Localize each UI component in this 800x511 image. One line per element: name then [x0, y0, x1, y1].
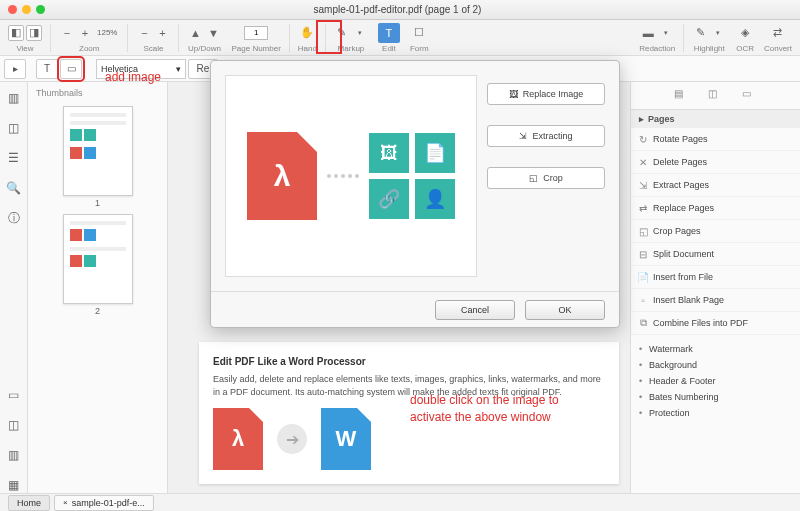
- font-select[interactable]: Helvetica ▾: [96, 59, 186, 79]
- titlebar: sample-01-pdf-editor.pdf (page 1 of 2): [0, 0, 800, 20]
- window-title: sample-01-pdf-editor.pdf (page 1 of 2): [45, 4, 750, 15]
- highlight-group[interactable]: ✎ ▾ Highlight: [688, 23, 730, 53]
- zoom-label: Zoom: [79, 44, 99, 53]
- page-number-input[interactable]: [244, 26, 268, 40]
- crop-icon: ◱: [637, 225, 649, 237]
- markup-group[interactable]: ✎ ▾ Markup: [330, 23, 372, 53]
- page-down-icon[interactable]: ▼: [205, 25, 221, 41]
- view-panel-right-icon[interactable]: ◨: [26, 25, 42, 41]
- thumbnail-page-1[interactable]: [63, 106, 133, 196]
- redaction-group[interactable]: ▬ ▾ Redaction: [635, 23, 679, 53]
- minimize-window-icon[interactable]: [22, 5, 31, 14]
- highlight-dropdown-icon[interactable]: ▾: [710, 25, 726, 41]
- replace-icon: ⇄: [637, 202, 649, 214]
- header-footer-item[interactable]: Header & Footer: [631, 373, 800, 389]
- document-page: Edit PDF Like a Word Processor Easily ad…: [199, 342, 619, 484]
- zoom-value[interactable]: 125%: [95, 28, 119, 37]
- extracting-button[interactable]: ⇲Extracting: [487, 125, 605, 147]
- image-tile-icon: 🖼: [369, 133, 409, 173]
- outline-tab-icon[interactable]: ☰: [6, 150, 22, 166]
- text-edit-mode-button[interactable]: T: [36, 59, 58, 79]
- watermark-item[interactable]: Watermark: [631, 341, 800, 357]
- extract-pages-item[interactable]: ⇲Extract Pages: [631, 174, 800, 197]
- ocr-group[interactable]: ◈ OCR: [732, 23, 758, 53]
- thumbnails-tab-icon[interactable]: ▥: [6, 90, 22, 106]
- arrow-right-icon: ➔: [277, 424, 307, 454]
- replace-pages-item[interactable]: ⇄Replace Pages: [631, 197, 800, 220]
- close-window-icon[interactable]: [8, 5, 17, 14]
- ocr-icon[interactable]: ◈: [737, 25, 753, 41]
- document-tile-icon: 📄: [415, 133, 455, 173]
- search-tab-icon[interactable]: 🔍: [6, 180, 22, 196]
- font-select-value: Helvetica: [101, 64, 138, 74]
- hand-label: Hand: [298, 44, 317, 53]
- thumbnail-page-2[interactable]: [63, 214, 133, 304]
- right-panel-tabs: ▤ ◫ ▭: [631, 82, 800, 110]
- rotate-pages-item[interactable]: ↻Rotate Pages: [631, 128, 800, 151]
- edit-group[interactable]: T Edit: [374, 23, 404, 53]
- bookmarks-tab-icon[interactable]: ◫: [6, 120, 22, 136]
- pdf-preview-icon: λ: [247, 132, 317, 220]
- scale-down-icon[interactable]: −: [136, 25, 152, 41]
- markup-icon[interactable]: ✎: [334, 25, 350, 41]
- ok-button[interactable]: OK: [525, 300, 605, 320]
- layout-tab-icon[interactable]: ▭: [742, 88, 758, 104]
- document-tab-label: sample-01-pdf-e...: [72, 498, 145, 508]
- word-file-icon: W: [321, 408, 371, 470]
- highlight-icon[interactable]: ✎: [692, 25, 708, 41]
- zoom-in-icon[interactable]: +: [77, 25, 93, 41]
- insert-from-file-item[interactable]: 📄Insert from File: [631, 266, 800, 289]
- hand-group[interactable]: ✋ Hand: [294, 23, 321, 53]
- hand-icon[interactable]: ✋: [299, 25, 315, 41]
- delete-pages-item[interactable]: ✕Delete Pages: [631, 151, 800, 174]
- page-tab-icon[interactable]: ▤: [674, 88, 690, 104]
- thumbnail-2-label: 2: [32, 306, 163, 316]
- background-item[interactable]: Background: [631, 357, 800, 373]
- convert-group[interactable]: ⇄ Convert: [760, 23, 796, 53]
- cancel-button[interactable]: Cancel: [435, 300, 515, 320]
- zoom-out-icon[interactable]: −: [59, 25, 75, 41]
- zoom-window-icon[interactable]: [36, 5, 45, 14]
- extract-icon: ⇲: [637, 179, 649, 191]
- split-icon: ⊟: [637, 248, 649, 260]
- scale-up-icon[interactable]: +: [154, 25, 170, 41]
- doc-body: Easily add, delete and replace elements …: [213, 373, 605, 398]
- updown-label: Up/Down: [188, 44, 221, 53]
- zoom-group: − + 125% Zoom: [55, 23, 123, 53]
- scale-label: Scale: [143, 44, 163, 53]
- view-panel-left-icon[interactable]: ◧: [8, 25, 24, 41]
- convert-icon[interactable]: ⇄: [770, 25, 786, 41]
- bates-numbering-item[interactable]: Bates Numbering: [631, 389, 800, 405]
- markup-dropdown-icon[interactable]: ▾: [352, 25, 368, 41]
- image-preview-area: λ 🖼 📄 🔗 👤: [225, 75, 477, 277]
- view-label: View: [16, 44, 33, 53]
- edit-icon[interactable]: T: [381, 25, 397, 41]
- redaction-icon[interactable]: ▬: [640, 25, 656, 41]
- form-group[interactable]: ☐ Form: [406, 23, 433, 53]
- pages-section-header[interactable]: ▸Pages: [631, 110, 800, 128]
- page-up-icon[interactable]: ▲: [187, 25, 203, 41]
- home-tab[interactable]: Home: [8, 495, 50, 511]
- convert-label: Convert: [764, 44, 792, 53]
- document-tab[interactable]: × sample-01-pdf-e...: [54, 495, 154, 511]
- form-icon[interactable]: ☐: [411, 25, 427, 41]
- combine-files-item[interactable]: ⧉Combine Files into PDF: [631, 312, 800, 335]
- edit-tab-icon[interactable]: ◫: [708, 88, 724, 104]
- redaction-dropdown-icon[interactable]: ▾: [658, 25, 674, 41]
- replace-image-button[interactable]: 🖼Replace Image: [487, 83, 605, 105]
- info-tab-icon[interactable]: ⓘ: [6, 210, 22, 226]
- status-bar: Home × sample-01-pdf-e...: [0, 493, 800, 511]
- insert-blank-page-item[interactable]: ▫Insert Blank Page: [631, 289, 800, 312]
- ocr-label: OCR: [736, 44, 754, 53]
- view-mode-2-icon[interactable]: ◫: [6, 417, 22, 433]
- view-mode-4-icon[interactable]: ▦: [6, 477, 22, 493]
- add-image-button[interactable]: ▭: [60, 59, 82, 79]
- font-select-caret-icon: ▾: [176, 64, 181, 74]
- view-mode-3-icon[interactable]: ▥: [6, 447, 22, 463]
- split-document-item[interactable]: ⊟Split Document: [631, 243, 800, 266]
- crop-button[interactable]: ◱Crop: [487, 167, 605, 189]
- toggle-panel-button[interactable]: ▸: [4, 59, 26, 79]
- crop-pages-item[interactable]: ◱Crop Pages: [631, 220, 800, 243]
- view-mode-1-icon[interactable]: ▭: [6, 387, 22, 403]
- protection-item[interactable]: Protection: [631, 405, 800, 421]
